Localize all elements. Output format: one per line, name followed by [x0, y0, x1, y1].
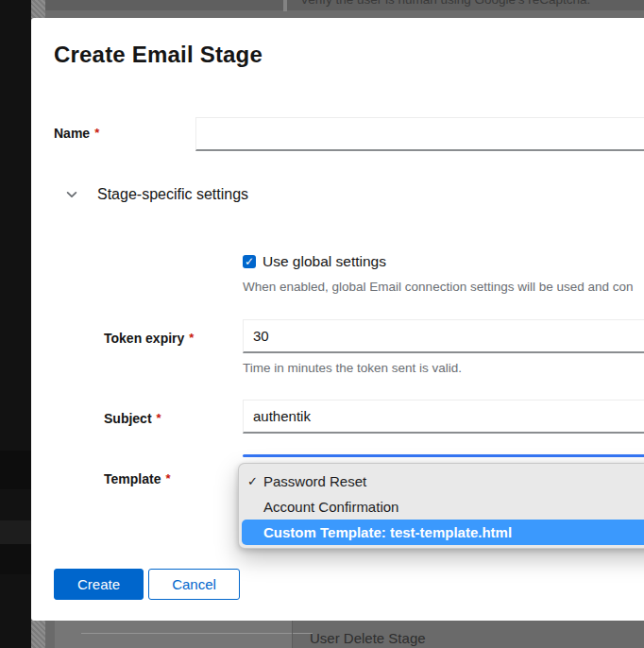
subject-input[interactable] [243, 400, 644, 434]
template-select-focus-border[interactable] [243, 454, 644, 457]
use-global-settings-help: When enabled, global Email connection se… [243, 280, 634, 294]
use-global-settings-checkbox[interactable]: ✓ [243, 255, 256, 268]
backdrop-bottom: User Delete Stage [31, 621, 644, 648]
backdrop-top: Verify the user is human using Google's … [31, 0, 644, 18]
modal-title: Create Email Stage [54, 42, 263, 68]
backdrop-table-cell [55, 621, 292, 648]
stage-specific-settings-toggle[interactable]: Stage-specific settings [65, 186, 248, 203]
required-asterisk: * [189, 331, 194, 345]
template-label: Template* [104, 471, 171, 486]
name-input[interactable] [195, 117, 644, 151]
dropdown-option-account-confirmation[interactable]: Account Confirmation [239, 494, 644, 520]
dropdown-option-label: Password Reset [263, 473, 366, 489]
app-sidebar [0, 0, 31, 648]
token-expiry-label-text: Token expiry [104, 331, 184, 346]
required-asterisk: * [165, 471, 170, 486]
dropdown-option-label: Account Confirmation [263, 499, 398, 515]
use-global-settings-label: Use global settings [263, 253, 386, 270]
dropdown-option-label: Custom Template: test-template.html [263, 524, 512, 540]
sidebar-section [0, 520, 31, 544]
token-expiry-input[interactable] [243, 319, 644, 353]
create-button[interactable]: Create [54, 569, 144, 600]
token-expiry-help: Time in minutes the token sent is valid. [243, 361, 462, 375]
template-dropdown-menu: ✓ Password Reset Account Confirmation Cu… [238, 463, 644, 549]
dropdown-option-custom-template[interactable]: Custom Template: test-template.html [242, 520, 644, 545]
sidebar-section [0, 544, 31, 574]
create-email-stage-modal: Create Email Stage Name* Stage-specific … [31, 18, 644, 621]
template-label-text: Template [104, 471, 161, 486]
required-asterisk: * [94, 126, 99, 140]
name-label-text: Name [54, 126, 90, 141]
backdrop-stage-text: User Delete Stage [310, 630, 426, 646]
required-asterisk: * [157, 411, 161, 425]
use-global-settings-row: ✓ Use global settings [243, 253, 386, 270]
backdrop-recaptcha-text: Verify the user is human using Google's … [300, 0, 590, 7]
backdrop-card-edge [283, 0, 287, 11]
dropdown-option-password-reset[interactable]: ✓ Password Reset [239, 469, 644, 494]
subject-label-text: Subject [104, 411, 152, 426]
chevron-down-icon [65, 188, 78, 201]
backdrop-column-divider [292, 621, 293, 648]
subject-label: Subject* [104, 411, 161, 426]
token-expiry-label: Token expiry* [104, 331, 194, 346]
cancel-button[interactable]: Cancel [148, 569, 240, 600]
backdrop-table-edge-top [31, 0, 45, 18]
screen: Verify the user is human using Google's … [0, 0, 644, 648]
name-label: Name* [54, 126, 99, 141]
sidebar-section [0, 451, 31, 489]
backdrop-table-edge-bottom [31, 621, 45, 648]
check-icon: ✓ [247, 469, 258, 494]
section-title: Stage-specific settings [97, 186, 248, 203]
backdrop-table-cell-line [81, 633, 313, 634]
